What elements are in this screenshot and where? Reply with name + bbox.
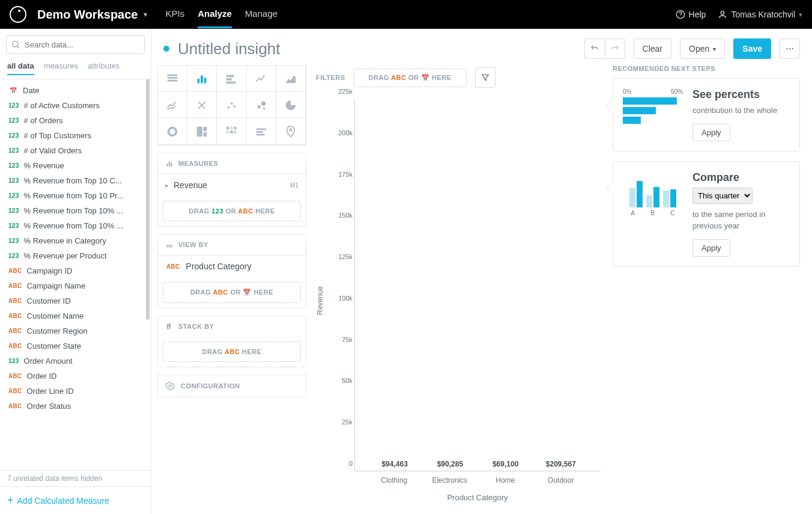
y-tick: 150k <box>329 212 353 219</box>
measures-dropzone[interactable]: DRAG 123 OR ABC HERE <box>163 201 301 221</box>
filters-dropzone[interactable]: DRAG ABC OR 📅 HERE <box>354 69 467 87</box>
bar-value-label: $69,100 <box>492 460 518 468</box>
svg-point-18 <box>169 127 177 135</box>
compare-period-select[interactable]: This quarter <box>692 188 753 204</box>
scrollbar[interactable] <box>146 79 150 320</box>
viz-area[interactable] <box>276 66 306 92</box>
user-menu[interactable]: Tomas Kratochvil ▾ <box>718 10 802 19</box>
viewby-item-product-category[interactable]: ABC Product Category <box>158 255 306 277</box>
catalog-item[interactable]: 123% Revenue from Top 10 Pr... <box>0 188 151 203</box>
tab-measures[interactable]: measures <box>44 61 78 75</box>
catalog-item[interactable]: 123# of Active Customers <box>0 98 151 113</box>
viz-geo[interactable] <box>276 118 306 145</box>
type-tag-icon: 123 <box>7 162 20 170</box>
viz-column[interactable] <box>187 66 217 92</box>
tab-attributes[interactable]: attributes <box>88 61 120 75</box>
open-button[interactable]: Open▾ <box>680 38 725 59</box>
catalog-item[interactable]: 123# of Orders <box>0 113 151 128</box>
svg-rect-36 <box>169 245 170 248</box>
catalog-item[interactable]: 123% Revenue from Top 10% ... <box>0 218 151 233</box>
clear-button[interactable]: Clear <box>634 38 671 59</box>
viewby-icon <box>165 240 174 249</box>
workspace-name[interactable]: Demo Workspace <box>37 8 138 22</box>
y-tick: 225k <box>329 88 353 95</box>
viz-bullet[interactable] <box>247 118 276 145</box>
catalog-item[interactable]: 123Order Amount <box>0 353 151 369</box>
viz-treemap[interactable] <box>187 118 217 145</box>
redo-button[interactable] <box>605 38 625 59</box>
viz-table[interactable] <box>158 66 187 92</box>
nav-manage[interactable]: Manage <box>245 1 277 28</box>
tab-all-data[interactable]: all data <box>7 61 34 75</box>
more-icon: ⋯ <box>786 44 794 54</box>
more-button[interactable]: ⋯ <box>780 38 800 59</box>
catalog-item[interactable]: ABCCampaign ID <box>0 263 151 278</box>
catalog-item[interactable]: 123# of Valid Orders <box>0 143 151 158</box>
catalog-item-label: # of Orders <box>24 116 63 125</box>
x-tick: Electronics <box>429 476 471 485</box>
filter-options-button[interactable] <box>475 67 495 88</box>
catalog-item[interactable]: ABCCampaign Name <box>0 278 151 293</box>
app-logo-icon[interactable] <box>10 6 26 23</box>
percents-desc: contribution to the whole <box>692 105 790 117</box>
catalog-item-label: % Revenue from Top 10 C... <box>24 176 122 185</box>
catalog-item[interactable]: 123# of Top Customers <box>0 128 151 143</box>
search-input[interactable] <box>6 35 145 54</box>
type-tag-icon: ABC <box>7 282 23 290</box>
svg-rect-10 <box>226 78 232 81</box>
catalog-item[interactable]: 📅Date <box>0 83 151 98</box>
catalog-item-label: # of Active Customers <box>24 101 100 110</box>
svg-point-42 <box>169 385 171 387</box>
catalog-item[interactable]: 123% Revenue per Product <box>0 248 151 263</box>
catalog-item-label: Customer ID <box>27 296 71 305</box>
compare-desc: to the same period in previous year <box>692 209 790 232</box>
catalog-item[interactable]: ABCCustomer State <box>0 338 151 353</box>
save-button[interactable]: Save <box>733 38 771 59</box>
viz-bar[interactable] <box>217 66 246 92</box>
type-tag-icon: 123 <box>7 192 20 200</box>
viz-pie[interactable] <box>276 92 306 118</box>
measure-item-revenue[interactable]: ▸ Revenue M1 <box>158 174 306 196</box>
catalog-item[interactable]: 123% Revenue from Top 10 C... <box>0 173 151 188</box>
compare-apply-button[interactable]: Apply <box>692 239 730 257</box>
add-calculated-measure[interactable]: +Add Calculated Measure <box>0 486 151 514</box>
y-tick: 75k <box>329 336 353 343</box>
catalog-item[interactable]: 123% Revenue in Category <box>0 233 151 248</box>
catalog-item-label: Order Amount <box>24 356 73 366</box>
catalog-item[interactable]: ABCCustomer Name <box>0 308 151 323</box>
viz-combo[interactable] <box>158 92 187 118</box>
undo-button[interactable] <box>584 38 605 59</box>
type-tag-icon: 123 <box>7 147 20 155</box>
svg-rect-34 <box>171 163 172 167</box>
catalog-item[interactable]: 123% Revenue <box>0 158 151 173</box>
help-link[interactable]: Help <box>676 10 706 19</box>
nav-kpis[interactable]: KPIs <box>165 1 184 28</box>
catalog-item-label: % Revenue per Product <box>24 251 107 260</box>
viz-donut[interactable] <box>158 118 187 145</box>
catalog-item[interactable]: ABCOrder ID <box>0 369 151 384</box>
catalog-item[interactable]: ABCOrder Status <box>0 399 151 414</box>
viz-line[interactable] <box>247 66 276 92</box>
viz-heatmap[interactable] <box>217 118 246 145</box>
viewby-dropzone[interactable]: DRAG ABC OR 📅 HERE <box>163 282 301 303</box>
percents-apply-button[interactable]: Apply <box>692 124 730 141</box>
svg-rect-20 <box>204 126 207 130</box>
catalog-item-label: Customer Region <box>27 326 88 335</box>
type-tag-icon: 123 <box>7 222 20 230</box>
catalog-item[interactable]: ABCCustomer Region <box>0 323 151 338</box>
chart: Revenue $94,463$90,285$69,100$209,567 02… <box>316 99 601 502</box>
viz-scatter[interactable] <box>217 92 246 118</box>
catalog-item[interactable]: 123% Revenue from Top 10% ... <box>0 203 151 218</box>
catalog-item[interactable]: ABCOrder Line ID <box>0 384 151 399</box>
y-tick: 25k <box>329 418 353 426</box>
stackby-dropzone[interactable]: DRAG ABC HERE <box>163 341 301 362</box>
viz-bubble[interactable] <box>247 92 276 118</box>
insight-title[interactable]: Untitled insight <box>178 40 280 58</box>
workspace-chevron-icon[interactable]: ▾ <box>144 10 147 19</box>
percents-title: See percents <box>692 88 790 101</box>
viz-headline[interactable] <box>187 92 217 118</box>
svg-rect-32 <box>166 164 168 167</box>
configuration-panel[interactable]: CONFIGURATION <box>157 375 306 397</box>
catalog-item[interactable]: ABCCustomer ID <box>0 293 151 308</box>
nav-analyze[interactable]: Analyze <box>198 1 232 28</box>
